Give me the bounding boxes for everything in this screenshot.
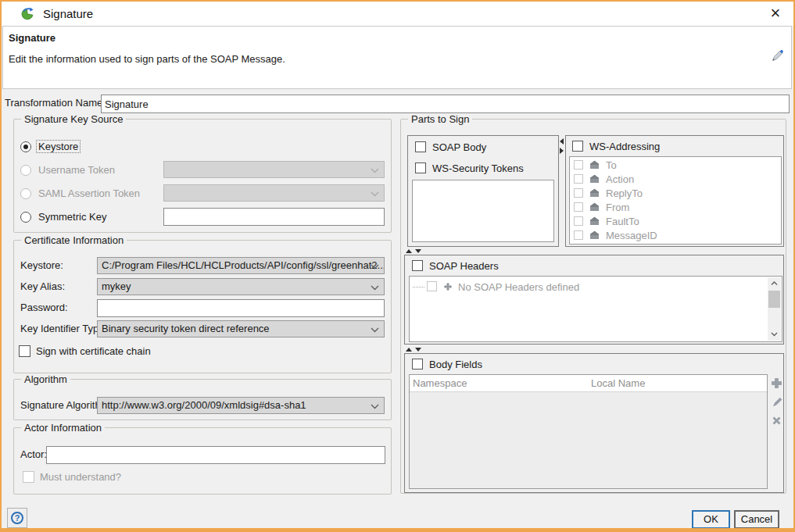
- must-understand-label: Must understand?: [40, 471, 121, 483]
- split-collapse-down-icon[interactable]: [415, 348, 421, 352]
- sign-with-certificate-chain-checkbox[interactable]: [19, 345, 30, 357]
- split-collapse-up-icon[interactable]: [406, 249, 412, 253]
- ws-security-tokens-list[interactable]: [412, 180, 554, 242]
- app-icon: [20, 6, 35, 21]
- ws-security-tokens-label[interactable]: WS-Security Tokens: [432, 162, 524, 174]
- keystore-radio[interactable]: [20, 141, 31, 152]
- ws-addressing-item-action[interactable]: Action: [570, 173, 781, 187]
- chevron-down-icon: [371, 327, 379, 333]
- split-collapse-left-icon[interactable]: [560, 138, 564, 145]
- ws-addressing-list: To Action ReplyTo From: [569, 156, 782, 245]
- soap-headers-checkbox[interactable]: [412, 260, 423, 271]
- ws-addressing-item-messageid[interactable]: MessageID: [570, 229, 781, 243]
- keystore-label: Keystore:: [20, 259, 63, 271]
- body-fields-panel: Body Fields Namespace Local Name: [404, 353, 784, 493]
- password-label: Password:: [20, 302, 68, 313]
- saml-assertion-token-radio[interactable]: [20, 188, 31, 199]
- envelope-icon: [589, 160, 600, 170]
- edit-icon[interactable]: [772, 396, 783, 408]
- scroll-down-icon[interactable]: [768, 328, 781, 341]
- actor-information-group: Actor Information Actor: Must understand…: [13, 427, 392, 495]
- parts-to-sign-title: Parts to Sign: [408, 113, 472, 125]
- keystore-combo[interactable]: C:/Program Files/HCL/HCLProducts/API/con…: [97, 257, 385, 274]
- ok-button[interactable]: OK: [692, 510, 730, 529]
- actor-input[interactable]: [46, 446, 385, 464]
- ws-addressing-label[interactable]: WS-Addressing: [589, 141, 660, 152]
- window-title: Signature: [43, 2, 93, 26]
- title-bar: Signature ×: [2, 2, 793, 26]
- soap-headers-tree: No SOAP Headers defined: [409, 276, 782, 342]
- scrollbar-thumb[interactable]: [768, 291, 780, 308]
- algorithm-group: Algorithm Signature Algorithm: http://ww…: [13, 379, 392, 420]
- envelope-icon: [589, 174, 600, 184]
- parts-to-sign-group: Parts to Sign SOAP Body WS-Security Toke…: [400, 119, 786, 494]
- envelope-icon: [589, 216, 600, 226]
- split-collapse-right-icon[interactable]: [560, 148, 564, 154]
- scroll-up-icon[interactable]: [768, 277, 781, 290]
- ws-addressing-item-replyto[interactable]: ReplyTo: [570, 187, 781, 201]
- key-identifier-type-label: Key Identifier Type:: [20, 323, 107, 334]
- item-checkbox[interactable]: [574, 160, 583, 170]
- body-fields-table: Namespace Local Name: [409, 374, 768, 489]
- tree-branch-line: [413, 287, 424, 287]
- signature-key-source-title: Signature Key Source: [21, 113, 126, 125]
- actor-information-title: Actor Information: [21, 422, 105, 434]
- ws-addressing-checkbox[interactable]: [572, 141, 583, 152]
- dialog-header-description: Edit the information used to sign parts …: [9, 53, 285, 65]
- key-alias-combo[interactable]: mykey: [97, 278, 385, 295]
- actor-label: Actor:: [20, 448, 47, 460]
- split-collapse-down-icon[interactable]: [415, 249, 421, 253]
- certificate-information-group: Certificate Information Keystore: C:/Pro…: [13, 240, 392, 373]
- body-fields-checkbox[interactable]: [412, 359, 423, 370]
- symmetric-key-input[interactable]: [163, 208, 385, 226]
- cancel-button[interactable]: Cancel: [734, 510, 779, 529]
- column-header-namespace[interactable]: Namespace: [413, 377, 467, 389]
- signature-key-source-group: Signature Key Source Keystore Username T…: [13, 119, 392, 233]
- envelope-icon: [589, 202, 600, 212]
- chevron-down-icon: [371, 191, 379, 197]
- help-button[interactable]: ?: [7, 508, 27, 528]
- soap-body-label[interactable]: SOAP Body: [432, 141, 486, 153]
- item-checkbox[interactable]: [574, 188, 583, 198]
- dialog-header: Signature Edit the information used to s…: [2, 26, 792, 89]
- saml-assertion-token-combo: [163, 184, 385, 202]
- chevron-down-icon: [371, 168, 379, 173]
- delete-icon[interactable]: [771, 415, 782, 427]
- column-header-local-name[interactable]: Local Name: [591, 377, 645, 389]
- item-checkbox[interactable]: [574, 202, 583, 212]
- ws-addressing-item-from[interactable]: From: [570, 201, 781, 215]
- vertical-scrollbar[interactable]: [768, 277, 781, 341]
- password-input[interactable]: [97, 299, 385, 317]
- username-token-combo: [163, 161, 385, 178]
- add-icon[interactable]: [771, 377, 782, 389]
- soap-body-checkbox[interactable]: [415, 141, 426, 152]
- close-icon[interactable]: ×: [762, 2, 789, 26]
- help-icon: ?: [11, 512, 23, 524]
- table-header-row: Namespace Local Name: [410, 375, 767, 392]
- item-checkbox[interactable]: [574, 216, 583, 226]
- ws-addressing-item-to[interactable]: To: [570, 159, 781, 173]
- soap-headers-label[interactable]: SOAP Headers: [429, 260, 499, 272]
- key-identifier-type-combo[interactable]: Binary security token direct reference: [97, 320, 385, 337]
- table-body-empty[interactable]: [410, 392, 767, 488]
- split-collapse-up-icon[interactable]: [406, 348, 412, 352]
- envelope-icon: [589, 188, 600, 198]
- signature-algorithm-combo[interactable]: http://www.w3.org/2000/09/xmldsig#dsa-sh…: [97, 397, 385, 414]
- username-token-radio[interactable]: [20, 165, 31, 176]
- username-token-radio-label: Username Token: [38, 164, 115, 176]
- sign-with-certificate-chain-label[interactable]: Sign with certificate chain: [36, 345, 151, 357]
- edit-pencil-icon: [770, 48, 785, 63]
- body-fields-label[interactable]: Body Fields: [429, 359, 482, 370]
- soap-header-item-checkbox: [427, 281, 437, 291]
- saml-assertion-token-radio-label: SAML Assertion Token: [38, 187, 140, 199]
- ws-addressing-item-faultto[interactable]: FaultTo: [570, 215, 781, 229]
- symmetric-key-radio[interactable]: [20, 212, 31, 223]
- symmetric-key-radio-label[interactable]: Symmetric Key: [38, 211, 106, 223]
- flower-bullet-icon: [444, 283, 452, 291]
- algorithm-title: Algorithm: [21, 373, 70, 385]
- transformation-name-input[interactable]: [101, 95, 790, 113]
- item-checkbox[interactable]: [574, 230, 583, 240]
- ws-security-tokens-checkbox[interactable]: [415, 162, 426, 173]
- item-checkbox[interactable]: [574, 174, 583, 184]
- keystore-radio-label[interactable]: Keystore: [37, 141, 80, 152]
